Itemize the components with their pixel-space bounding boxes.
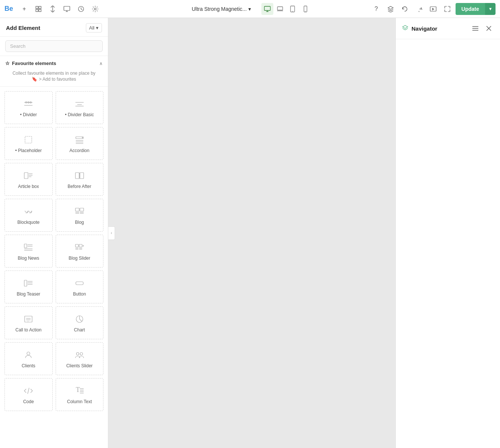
svg-point-53 xyxy=(83,245,84,246)
button-icon xyxy=(74,278,86,288)
svg-rect-42 xyxy=(24,244,27,248)
svg-rect-58 xyxy=(76,282,83,285)
element-card-call-to-action[interactable]: ! Call to Action xyxy=(4,306,53,339)
favourites-add-link[interactable]: 🔖 > Add to favourites xyxy=(5,77,103,82)
element-card-blog[interactable]: Blog xyxy=(56,199,104,232)
element-label: Blog xyxy=(75,220,84,226)
element-card-accordion[interactable]: Accordion xyxy=(56,127,104,160)
element-card-blockquote[interactable]: Blockquote xyxy=(4,199,53,232)
monitor-button[interactable] xyxy=(61,3,73,15)
help-button[interactable]: ? xyxy=(370,3,382,15)
favourites-header[interactable]: ☆ Favourite elements ∧ xyxy=(5,61,103,66)
add-button[interactable]: + xyxy=(18,3,30,15)
svg-rect-59 xyxy=(25,316,32,322)
call-to-action-icon: ! xyxy=(22,314,34,324)
add-element-panel: Add Element All ▾ ☆ Favourite elements ∧… xyxy=(0,18,108,448)
canvas-area: ‹ xyxy=(108,18,395,448)
element-label: Blog Teaser xyxy=(17,291,40,297)
grid-row: Code T Column Text xyxy=(3,377,105,413)
code-icon xyxy=(22,386,34,396)
element-card-blog-slider[interactable]: Blog Slider xyxy=(56,235,104,268)
layers-button[interactable] xyxy=(385,3,397,15)
element-card-article-box[interactable]: Article box xyxy=(4,163,53,196)
article-box-icon xyxy=(22,170,34,181)
navigator-actions xyxy=(470,23,494,34)
svg-rect-22 xyxy=(25,136,32,143)
blog-slider-icon xyxy=(74,242,86,253)
element-card-before-after[interactable]: Before After xyxy=(56,163,104,196)
layout-button[interactable] xyxy=(32,3,44,15)
svg-rect-37 xyxy=(80,208,84,211)
svg-rect-29 xyxy=(24,173,28,179)
mobile-view-button[interactable] xyxy=(299,3,311,15)
blockquote-icon xyxy=(22,206,34,217)
element-card-divider[interactable]: • Divider xyxy=(4,91,53,124)
history-button[interactable] xyxy=(75,3,87,15)
settings-button[interactable] xyxy=(89,3,101,15)
toolbar: Be + Ultra Strong Magnetic... ▾ xyxy=(0,0,500,18)
svg-point-64 xyxy=(27,352,30,355)
element-card-clients[interactable]: Clients xyxy=(4,342,53,375)
element-card-blog-news[interactable]: Blog News xyxy=(4,235,53,268)
element-label: Clients Slider xyxy=(66,363,93,369)
grid-row: • Placeholder Accordion xyxy=(3,126,105,161)
svg-rect-3 xyxy=(39,9,41,12)
column-text-icon: T xyxy=(74,386,86,396)
undo-button[interactable] xyxy=(399,3,411,15)
favourites-section: ☆ Favourite elements ∧ Collect favourite… xyxy=(0,56,108,87)
element-label: • Placeholder xyxy=(15,148,42,154)
grid-row: Blockquote Blog xyxy=(3,197,105,233)
bookmark-icon: 🔖 xyxy=(32,77,37,82)
arrows-button[interactable] xyxy=(47,3,59,15)
favourites-description: Collect favourite elements in one place … xyxy=(5,70,103,77)
svg-rect-7 xyxy=(264,6,270,10)
element-label: Call to Action xyxy=(15,327,41,333)
update-dropdown-button[interactable]: ▾ xyxy=(485,3,496,15)
svg-point-6 xyxy=(94,8,96,10)
svg-point-65 xyxy=(76,353,79,355)
grid-row: Article box Before After xyxy=(3,161,105,197)
panel-collapse-button[interactable]: ‹ xyxy=(108,226,115,240)
grid-row: ! Call to Action Chart xyxy=(3,305,105,341)
navigator-layers-icon xyxy=(402,24,409,33)
element-card-blog-teaser[interactable]: Blog Teaser xyxy=(4,271,53,303)
navigator-content xyxy=(396,39,500,448)
view-mode-group xyxy=(261,3,311,15)
update-button-group: Update ▾ xyxy=(456,3,496,15)
desktop-view-button[interactable] xyxy=(261,3,273,15)
toolbar-right: ? Update ▾ xyxy=(370,3,496,15)
element-label: Clients xyxy=(22,363,35,369)
svg-rect-1 xyxy=(39,6,41,9)
laptop-view-button[interactable] xyxy=(274,3,286,15)
tablet-view-button[interactable] xyxy=(287,3,299,15)
clients-slider-icon xyxy=(74,350,86,360)
element-card-divider-basic[interactable]: • Divider Basic xyxy=(56,91,104,124)
element-card-code[interactable]: Code xyxy=(4,378,53,411)
panel-title: Add Element xyxy=(6,25,40,31)
search-container xyxy=(0,37,108,56)
element-card-button[interactable]: Button xyxy=(56,271,104,303)
search-input[interactable] xyxy=(5,40,103,52)
redo-button[interactable] xyxy=(413,3,425,15)
grid-row: Blog Teaser Button xyxy=(3,269,105,305)
element-card-clients-slider[interactable]: Clients Slider xyxy=(56,342,104,375)
element-label: Blog Slider xyxy=(69,256,90,262)
fullscreen-button[interactable] xyxy=(441,3,453,15)
element-card-placeholder[interactable]: • Placeholder xyxy=(4,127,53,160)
navigator-close-button[interactable] xyxy=(484,23,494,34)
divider-basic-icon xyxy=(74,99,86,109)
svg-point-12 xyxy=(305,11,305,11)
svg-point-10 xyxy=(292,11,293,12)
filter-dropdown[interactable]: All ▾ xyxy=(86,23,102,33)
preview-button[interactable] xyxy=(427,3,439,15)
element-label: Code xyxy=(23,399,34,405)
clients-icon xyxy=(22,350,34,360)
svg-rect-0 xyxy=(36,6,38,9)
star-icon: ☆ xyxy=(5,61,10,66)
element-card-column-text[interactable]: T Column Text xyxy=(56,378,104,411)
update-button[interactable]: Update xyxy=(456,3,485,15)
element-card-chart[interactable]: Chart xyxy=(56,306,104,339)
project-name[interactable]: Ultra Strong Magnetic... ▾ xyxy=(189,4,254,13)
navigator-menu-button[interactable] xyxy=(470,23,481,34)
grid-row: • Divider • Divider Basic xyxy=(3,90,105,126)
